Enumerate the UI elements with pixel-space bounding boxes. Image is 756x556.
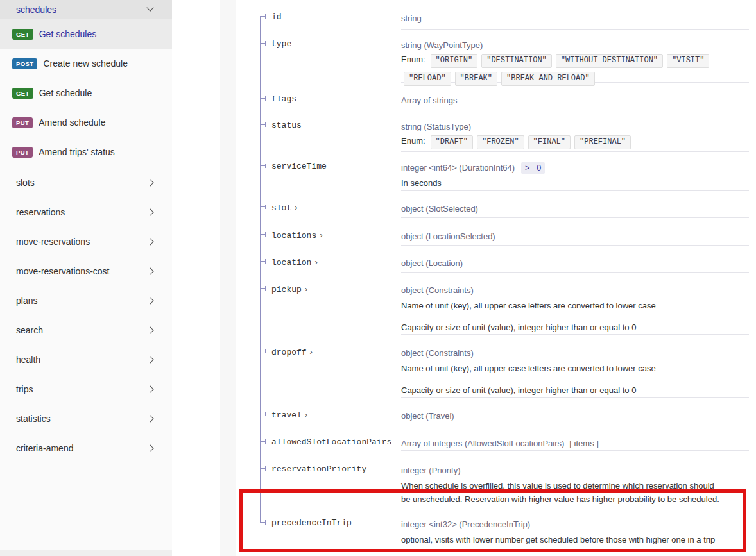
sidebar-item-criteria-amend[interactable]: criteria-amend [0,434,172,463]
constraint-badge: >= 0 [521,162,545,174]
field-type: object (Constraints) [401,347,749,360]
group-label: search [16,325,43,335]
field-description: Name of unit (key), all upper case lette… [401,362,749,397]
sidebar: schedules GET Get schedules POST Create … [0,0,172,556]
outer-tree-line [212,0,212,556]
field-name-expandable[interactable]: location› [271,257,403,267]
group-label: reservations [16,207,65,217]
sidebar-item-trips[interactable]: trips [0,375,172,404]
schema-row-status: status string (StatusType) Enum:"DRAFT""… [271,116,749,152]
enum-list: Enum:"DRAFT""FROZEN""FINAL""PREFINAL" [401,135,749,153]
sidebar-item-move-reservations-cost[interactable]: move-reservations-cost [0,257,172,286]
group-label: health [16,355,40,365]
http-method-badge: GET [12,88,33,99]
sidebar-item-get-schedule[interactable]: GET Get schedule [0,78,172,108]
field-name-expandable[interactable]: locations› [271,230,403,240]
field-name: flags [271,94,403,104]
chevron-right-icon [146,179,153,186]
field-name: precedenceInTrip [271,518,403,528]
field-description: In seconds [401,176,749,190]
sidebar-item-plans[interactable]: plans [0,286,172,316]
field-description: optional, visits with lower number get s… [401,533,749,546]
schema-row-reservationPriority: reservationPriority integer (Priority) W… [271,460,749,507]
field-name-expandable[interactable]: slot› [271,203,403,213]
enum-value: "FINAL" [528,135,571,149]
field-type: object (SlotSelected) [401,203,749,215]
sidebar-item-create-new-schedule[interactable]: POST Create new schedule [0,49,172,78]
schema-row-allowedSlotLocationPairs: allowedSlotLocationPairs Array of intege… [271,433,749,451]
expand-chevron-icon: › [320,230,322,240]
field-type: integer <int32> (PrecedenceInTrip) [401,518,749,531]
field-description: When schedule is overfilled, this value … [401,479,749,506]
field-name-expandable[interactable]: travel› [271,410,403,420]
http-method-badge: POST [12,58,37,69]
field-type: integer (Priority) [401,464,749,477]
schema-row-location: location› object (Location) [271,253,749,273]
field-type: object (Constraints) [401,284,749,297]
field-type: string (WayPointType) [401,39,749,52]
chevron-right-icon [146,297,153,304]
field-type: Array of strings [401,94,749,107]
enum-value: "DESTINATION" [481,54,552,68]
expand-chevron-icon: › [295,203,297,212]
field-name-expandable[interactable]: dropoff› [271,347,403,357]
schema-row-precedenceInTrip: precedenceInTrip integer <int32> (Preced… [271,514,749,550]
field-type: string (StatusType) [401,121,749,133]
sidebar-item-statistics[interactable]: statistics [0,404,172,434]
enum-list: Enum:"ORIGIN""DESTINATION""WITHOUT_DESTI… [401,53,749,89]
group-label: statistics [16,414,51,424]
schema-row-travel: travel› object (Travel) [271,405,749,425]
enum-label: Enum: [401,55,425,64]
enum-value: "PREFINAL" [574,135,631,149]
schema-tree-trunk [260,16,261,523]
chevron-right-icon [146,267,153,274]
field-name: serviceTime [271,162,403,171]
enum-value: "BREAK_AND_RELOAD" [501,72,595,86]
chevron-right-icon [146,385,153,392]
enum-label: Enum: [401,136,425,146]
chevron-right-icon [146,415,153,422]
sidebar-item-amend-trips-status[interactable]: PUT Amend trips' status [0,137,172,167]
sidebar-item-reservations[interactable]: reservations [0,198,172,227]
field-name: id [271,12,403,22]
field-type: object (Location) [401,257,749,270]
http-method-badge: GET [12,29,33,40]
enum-value: "FROZEN" [477,135,524,149]
sidebar-item-slots[interactable]: slots [0,168,172,198]
schema-row-type: type string (WayPointType) Enum:"ORIGIN"… [271,35,749,83]
field-type: object (Travel) [401,410,749,423]
chevron-right-icon [146,356,153,363]
field-name: type [271,39,403,49]
schema-row-locations: locations› object (LocationSelected) [271,226,749,246]
group-label: plans [16,296,37,306]
sidebar-group-schedules[interactable]: schedules [0,0,172,19]
schema-row-pickup: pickup› object (Constraints) Name of uni… [271,280,749,335]
sidebar-group-label: schedules [16,4,56,15]
chevron-right-icon [146,444,153,451]
sidebar-item-search[interactable]: search [0,316,172,345]
field-name-expandable[interactable]: pickup› [271,284,403,294]
enum-value: "ORIGIN" [431,54,478,68]
field-name: status [271,121,403,130]
sidebar-item-amend-schedule[interactable]: PUT Amend schedule [0,108,172,137]
operation-label: Amend schedule [39,117,105,128]
expand-chevron-icon: › [310,347,313,357]
schema-row-dropoff: dropoff› object (Constraints) Name of un… [271,342,749,398]
field-type: object (LocationSelected) [401,230,749,243]
items-link[interactable]: [ items ] [569,439,599,448]
nested-level-band [220,0,236,556]
group-label: criteria-amend [16,443,73,453]
field-type: integer <int64> (DurationInt64)>= 0 [401,162,749,174]
operation-label: Get schedule [39,88,92,98]
enum-value: "RELOAD" [404,72,451,86]
field-name: allowedSlotLocationPairs [271,437,403,447]
sidebar-item-get-schedules[interactable]: GET Get schedules [0,19,172,49]
http-method-badge: PUT [12,147,33,158]
operation-label: Create new schedule [43,58,128,69]
sidebar-item-health[interactable]: health [0,345,172,375]
sidebar-item-move-reservations[interactable]: move-reservations [0,227,172,257]
operation-label: Amend trips' status [39,147,115,157]
outer-tree-line [236,0,236,556]
chevron-down-icon [146,4,153,11]
group-label: move-reservations [16,237,90,247]
